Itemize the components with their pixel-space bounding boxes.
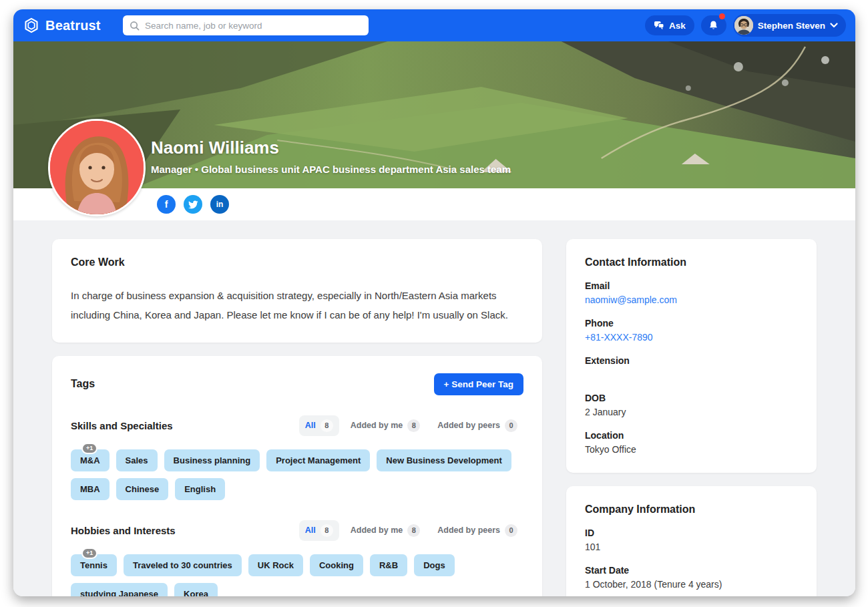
tag-label: UK Rock: [258, 560, 294, 570]
profile-avatar[interactable]: [48, 119, 146, 216]
filter-added-by-peers[interactable]: Added by peers 0: [431, 520, 523, 541]
tag[interactable]: Project Management: [266, 449, 370, 471]
profile-name: Naomi Williams: [151, 138, 511, 158]
filter-added-by-me[interactable]: Added by me 8: [345, 415, 427, 436]
tag-label: Tennis: [80, 560, 107, 570]
section-hobbies: Hobbies and Interests All 8 Added by me …: [71, 520, 523, 597]
brand-logo[interactable]: Beatrust: [23, 17, 114, 34]
tag-filters: All 8 Added by me 8 Added by peers 0: [299, 415, 523, 436]
notification-badge-dot: [719, 13, 725, 19]
user-menu[interactable]: Stephen Steven: [733, 14, 846, 37]
filter-count: 0: [505, 524, 517, 537]
tag-label: R&B: [379, 560, 398, 570]
tag[interactable]: Cooking: [310, 554, 363, 576]
global-search[interactable]: [123, 15, 369, 35]
filter-label: Added by peers: [437, 526, 500, 535]
tag[interactable]: M&A+1: [71, 449, 110, 471]
email-link[interactable]: naomiw@sample.com: [585, 294, 798, 306]
tags-title: Tags: [71, 378, 95, 390]
tag[interactable]: Chinese: [116, 478, 169, 500]
tag[interactable]: UK Rock: [248, 554, 303, 576]
ask-button[interactable]: Ask: [645, 15, 694, 35]
tag[interactable]: Traveled to 30 countries: [124, 554, 242, 576]
page: Beatrust: [0, 0, 868, 607]
profile-hero: Naomi Williams Manager • Global business…: [13, 41, 855, 220]
filter-added-by-peers[interactable]: Added by peers 0: [431, 415, 523, 436]
main-content: Core Work In charge of business expansio…: [13, 220, 855, 596]
tag-label: Sales: [126, 455, 148, 465]
tag[interactable]: studying Japanese: [71, 583, 168, 597]
app-window: Beatrust: [13, 9, 855, 596]
tag-list: M&A+1SalesBusiness planningProject Manag…: [71, 449, 523, 500]
search-input[interactable]: [145, 21, 362, 31]
top-right-controls: Ask: [645, 14, 846, 37]
tag[interactable]: Business planning: [164, 449, 260, 471]
tag[interactable]: New Business Development: [377, 449, 511, 471]
beatrust-hexagon-logo-icon: [23, 17, 40, 34]
company-information-card: Company Information ID 101 Start Date 1 …: [566, 486, 817, 596]
core-work-card: Core Work In charge of business expansio…: [52, 239, 542, 343]
filter-added-by-me[interactable]: Added by me 8: [345, 520, 427, 541]
tag[interactable]: Tennis+1: [71, 554, 117, 576]
tag[interactable]: R&B: [370, 554, 407, 576]
filter-count: 8: [320, 524, 333, 537]
profile-identity: Naomi Williams Manager • Global business…: [151, 138, 511, 175]
company-title: Company Information: [585, 503, 798, 516]
tag-label: New Business Development: [386, 455, 501, 465]
field-phone: Phone +81-XXXX-7890: [585, 318, 798, 343]
field-start-date: Start Date 1 October, 2018 (Tenure 4 yea…: [585, 565, 798, 590]
linkedin-icon[interactable]: in: [210, 195, 229, 214]
tag-label: Dogs: [423, 560, 445, 570]
tag-label: Project Management: [276, 455, 361, 465]
field-label: Start Date: [585, 565, 798, 576]
tag-label: Traveled to 30 countries: [133, 560, 232, 570]
tag-label: MBA: [80, 484, 100, 494]
tag-label: studying Japanese: [80, 589, 158, 597]
filter-label: Added by me: [351, 421, 403, 430]
filter-count: 8: [407, 524, 420, 537]
field-label: Email: [585, 280, 798, 291]
tags-card: Tags + Send Peer Tag Skills and Specialt…: [52, 356, 542, 597]
field-label: Extension: [585, 355, 798, 366]
filter-all[interactable]: All 8: [299, 415, 339, 436]
notifications-button[interactable]: [701, 15, 726, 35]
facebook-icon[interactable]: f: [157, 195, 176, 214]
tag-filters: All 8 Added by me 8 Added by peers 0: [299, 520, 523, 541]
filter-label: Added by peers: [437, 421, 500, 430]
tag-list: Tennis+1Traveled to 30 countriesUK RockC…: [71, 554, 523, 597]
tag[interactable]: English: [175, 478, 225, 500]
field-value: 1 October, 2018 (Tenure 4 years): [585, 579, 798, 590]
field-label: Phone: [585, 318, 798, 329]
tag-label: Chinese: [126, 484, 160, 494]
search-icon: [130, 21, 140, 31]
tag[interactable]: Korea: [174, 583, 218, 597]
filter-count: 8: [407, 419, 420, 432]
filter-label: All: [305, 526, 316, 535]
tag-label: Business planning: [174, 455, 251, 465]
tag[interactable]: Dogs: [414, 554, 455, 576]
tag-label: M&A: [80, 455, 100, 465]
left-column: Core Work In charge of business expansio…: [52, 239, 542, 596]
twitter-icon[interactable]: [184, 195, 202, 214]
field-value: 2 January: [585, 407, 798, 418]
field-dob: DOB 2 January: [585, 393, 798, 418]
right-column: Contact Information Email naomiw@sample.…: [566, 239, 817, 596]
core-work-title: Core Work: [71, 256, 523, 268]
section-skills: Skills and Specialties All 8 Added by me…: [71, 415, 523, 500]
tag-label: Cooking: [319, 560, 354, 570]
tag[interactable]: MBA: [71, 478, 110, 500]
field-value: [585, 369, 798, 381]
tag-label: English: [184, 484, 216, 494]
field-location: Location Tokyo Office: [585, 430, 798, 455]
contact-title: Contact Information: [585, 256, 798, 268]
user-avatar: [734, 16, 753, 35]
social-links-bar: f in: [13, 188, 855, 220]
filter-label: Added by me: [351, 526, 403, 535]
bell-icon: [708, 20, 718, 31]
filter-all[interactable]: All 8: [299, 520, 339, 541]
field-email: Email naomiw@sample.com: [585, 280, 798, 306]
field-value: 101: [585, 542, 798, 553]
phone-link[interactable]: +81-XXXX-7890: [585, 332, 798, 343]
tag[interactable]: Sales: [116, 449, 158, 471]
send-peer-tag-button[interactable]: + Send Peer Tag: [434, 373, 523, 395]
